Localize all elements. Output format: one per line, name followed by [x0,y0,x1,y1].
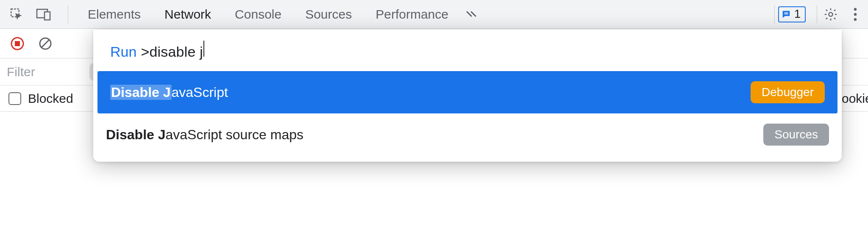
command-item-disable-javascript[interactable]: Disable JavaScript Debugger [97,71,837,113]
match-highlight: Disable J [106,127,166,142]
device-toolbar-icon[interactable] [33,4,54,25]
inspect-icon[interactable] [6,4,27,25]
tab-sources[interactable]: Sources [293,0,364,29]
devtools-tabbar: Elements Network Console Sources Perform… [0,0,868,29]
svg-rect-3 [784,12,788,13]
command-category-badge: Debugger [751,81,825,103]
command-palette: Run > disable j Disable JavaScript Debug… [93,30,842,162]
tab-console[interactable]: Console [223,0,293,29]
issues-count: 1 [794,8,801,21]
filter-input[interactable]: Filter [7,65,89,79]
tab-performance[interactable]: Performance [364,0,460,29]
run-prefix: Run [110,44,136,60]
command-label-rest: avaScript source maps [166,127,303,142]
svg-point-8 [854,18,857,20]
query-symbol: > [141,44,149,60]
query-text: disable j [149,44,203,60]
command-input[interactable]: Run > disable j [93,30,842,71]
svg-rect-2 [45,12,50,20]
command-item-disable-js-sourcemaps[interactable]: Disable JavaScript source maps Sources [93,113,842,156]
issues-badge[interactable]: 1 [778,6,806,22]
divider [774,6,775,23]
truncated-text: ookie [842,91,868,106]
divider [817,6,817,23]
svg-rect-10 [15,41,20,46]
text-caret [203,41,204,57]
settings-icon[interactable] [821,4,841,25]
tab-network[interactable]: Network [153,0,223,29]
more-tabs-icon[interactable] [460,0,489,29]
divider [68,6,68,23]
tab-elements[interactable]: Elements [76,0,153,29]
command-category-badge: Sources [763,124,829,146]
match-highlight: Disable J [110,85,172,100]
svg-line-12 [41,39,50,48]
record-button[interactable] [8,34,27,53]
blocked-checkbox[interactable] [8,92,21,105]
message-icon [782,10,791,19]
svg-rect-4 [784,14,788,14]
kebab-menu-icon[interactable] [845,4,865,25]
svg-point-6 [854,8,857,10]
svg-point-7 [854,13,857,15]
blocked-label: Blocked [28,91,73,106]
clear-icon[interactable] [36,34,55,53]
command-label-rest: avaScript [172,85,228,100]
svg-point-5 [829,12,832,16]
